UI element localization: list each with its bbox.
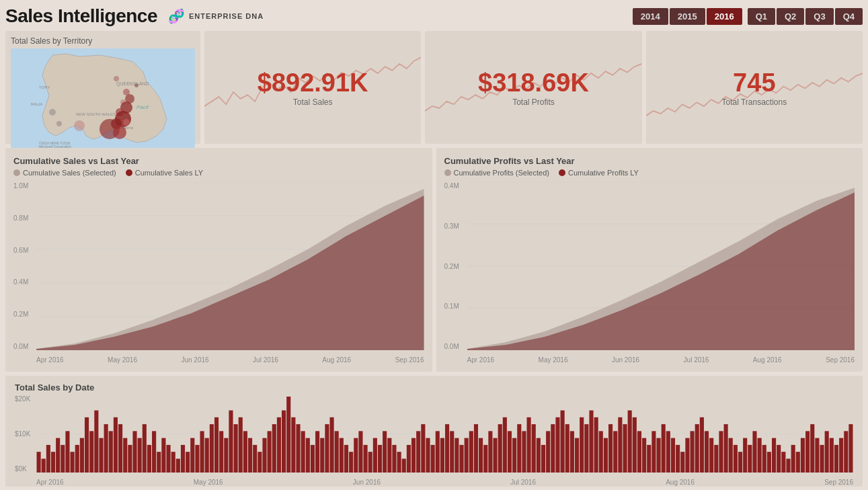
svg-rect-39 <box>46 445 50 473</box>
xb-jul: Jul 2016 <box>510 479 536 486</box>
svg-rect-121 <box>440 438 444 473</box>
svg-rect-123 <box>450 431 454 473</box>
svg-text:NEW SOUTH WALES: NEW SOUTH WALES <box>76 112 116 116</box>
svg-rect-109 <box>383 431 387 473</box>
svg-rect-163 <box>642 438 646 473</box>
kpi-transactions-label: Total Transactions <box>721 97 787 107</box>
svg-rect-56 <box>128 445 132 473</box>
svg-rect-37 <box>37 452 41 473</box>
cumulative-profits-chart-area: 0.0M 0.1M 0.2M 0.3M 0.4M <box>444 182 855 364</box>
q3-button[interactable]: Q3 <box>805 8 833 25</box>
svg-rect-168 <box>666 431 670 473</box>
svg-rect-188 <box>762 445 766 473</box>
svg-rect-181 <box>729 438 733 473</box>
svg-rect-205 <box>844 431 848 473</box>
svg-rect-137 <box>517 424 521 473</box>
legend-sales-ly: Cumulative Sales LY <box>126 169 203 177</box>
svg-rect-204 <box>839 438 843 473</box>
map-area: QUEENSLAND Pacif NEW SOUTH WALES Canberr… <box>11 48 195 148</box>
svg-rect-71 <box>200 431 204 473</box>
svg-rect-48 <box>89 431 93 473</box>
year-2016-button[interactable]: 2016 <box>707 8 742 25</box>
svg-rect-107 <box>373 438 377 473</box>
svg-rect-80 <box>243 431 247 473</box>
svg-rect-196 <box>801 438 805 473</box>
svg-rect-111 <box>392 445 396 473</box>
svg-rect-45 <box>75 445 79 473</box>
xp-label-jun: Jun 2016 <box>612 356 639 364</box>
svg-rect-194 <box>791 445 795 473</box>
svg-rect-177 <box>709 438 713 473</box>
svg-rect-112 <box>397 452 401 473</box>
xp-label-may: May 2016 <box>539 356 568 364</box>
kpi-profits-card: $318.69K Total Profits <box>425 31 641 144</box>
svg-rect-73 <box>210 424 214 473</box>
svg-rect-70 <box>195 445 199 473</box>
svg-rect-72 <box>205 438 209 473</box>
kpi-sales-card: $892.91K Total Sales <box>204 31 421 144</box>
svg-rect-65 <box>171 452 175 473</box>
svg-rect-133 <box>498 424 502 473</box>
svg-rect-132 <box>493 438 497 473</box>
svg-point-8 <box>134 83 139 87</box>
svg-rect-140 <box>532 424 536 473</box>
legend-sales-selected-label: Cumulative Sales (Selected) <box>23 169 116 177</box>
svg-rect-52 <box>109 431 113 473</box>
svg-rect-61 <box>152 431 156 473</box>
svg-rect-120 <box>436 431 440 473</box>
svg-rect-74 <box>214 417 219 473</box>
yp-label-03: 0.3M <box>444 222 467 230</box>
dna-icon: 🧬 <box>168 8 185 24</box>
q1-button[interactable]: Q1 <box>748 8 775 25</box>
svg-rect-175 <box>700 417 704 473</box>
svg-rect-185 <box>748 445 752 473</box>
svg-rect-68 <box>186 452 190 473</box>
svg-rect-38 <box>42 458 46 473</box>
svg-rect-124 <box>455 438 459 473</box>
svg-rect-69 <box>190 438 194 473</box>
y-label-08: 0.8M <box>13 214 36 222</box>
svg-rect-164 <box>647 445 651 473</box>
svg-rect-105 <box>364 445 368 473</box>
svg-rect-130 <box>483 445 487 473</box>
svg-rect-148 <box>570 431 574 473</box>
cumulative-sales-legend: Cumulative Sales (Selected) Cumulative S… <box>13 169 424 177</box>
legend-profits-selected: Cumulative Profits (Selected) <box>444 169 549 177</box>
svg-text:Pacif: Pacif <box>136 104 149 110</box>
xb-jun: Jun 2016 <box>353 479 381 486</box>
cumulative-sales-card: Cumulative Sales vs Last Year Cumulative… <box>5 148 432 372</box>
svg-rect-190 <box>772 438 776 473</box>
svg-rect-110 <box>387 438 391 473</box>
svg-rect-60 <box>147 445 151 473</box>
svg-rect-84 <box>262 438 266 473</box>
svg-point-15 <box>123 119 130 126</box>
xb-aug: Aug 2016 <box>666 479 695 486</box>
svg-rect-152 <box>589 411 593 473</box>
svg-rect-158 <box>618 417 622 473</box>
svg-rect-154 <box>599 431 603 473</box>
svg-rect-189 <box>767 452 771 473</box>
legend-sales-selected: Cumulative Sales (Selected) <box>13 169 116 177</box>
sales-bar-chart-svg <box>36 395 853 473</box>
svg-point-20 <box>49 109 56 116</box>
svg-rect-47 <box>85 417 89 473</box>
row2: Cumulative Sales vs Last Year Cumulative… <box>5 148 863 372</box>
q2-button[interactable]: Q2 <box>777 8 804 25</box>
kpi-profits-value: $318.69K <box>478 69 589 97</box>
svg-rect-179 <box>719 431 723 473</box>
svg-rect-174 <box>695 424 699 473</box>
svg-rect-64 <box>166 445 170 473</box>
svg-rect-165 <box>652 431 656 473</box>
svg-rect-96 <box>320 438 324 473</box>
cumulative-sales-chart-area: 0.0M 0.2M 0.4M 0.6M 0.8M 1.0M <box>13 182 424 364</box>
legend-sales-ly-label: Cumulative Sales LY <box>135 169 203 177</box>
svg-rect-197 <box>805 431 810 473</box>
q4-button[interactable]: Q4 <box>835 8 863 25</box>
svg-rect-169 <box>671 438 675 473</box>
x-label-aug: Aug 2016 <box>322 356 351 364</box>
year-2014-button[interactable]: 2014 <box>633 8 668 25</box>
year-2015-button[interactable]: 2015 <box>670 8 705 25</box>
cumulative-profits-svg <box>467 182 855 350</box>
svg-rect-131 <box>488 431 492 473</box>
svg-rect-202 <box>830 438 834 473</box>
